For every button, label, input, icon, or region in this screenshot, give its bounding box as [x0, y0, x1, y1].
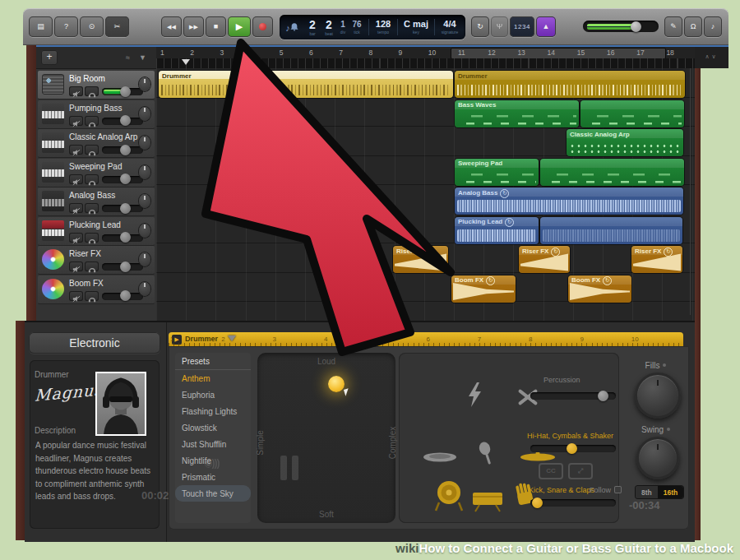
region-riser-fx[interactable]: Riser FX↻ — [519, 246, 570, 273]
swing-knob[interactable] — [636, 437, 679, 479]
track-pan-knob[interactable] — [139, 107, 150, 121]
library-category-button[interactable]: Electronic — [29, 332, 160, 354]
region-riser-fx[interactable]: Riser FX↻ — [631, 246, 682, 273]
region-sweeping-pad[interactable]: Sweeping Pad — [455, 159, 539, 186]
lane-scrollbar[interactable] — [690, 68, 691, 315]
track-pan-knob[interactable] — [139, 224, 150, 238]
rewind-button[interactable]: ◀◀ — [161, 16, 182, 37]
mute-button[interactable] — [69, 116, 83, 126]
track-row[interactable]: Big Room — [38, 71, 155, 100]
percussion-slider[interactable] — [530, 392, 616, 400]
electronic-bolt-icon[interactable] — [466, 382, 483, 409]
automation-icon[interactable]: ≈ — [126, 53, 130, 62]
track-volume-slider[interactable] — [102, 176, 143, 183]
track-pan-knob[interactable] — [139, 282, 150, 296]
region-clip[interactable] — [540, 217, 682, 244]
filter-icon[interactable]: ▼ — [139, 53, 146, 62]
region-bass-waves[interactable]: Bass Waves — [455, 100, 579, 127]
count-in-button[interactable]: 1234 — [510, 16, 534, 37]
region-drummer[interactable]: Drummer — [455, 71, 685, 98]
follow-checkbox[interactable] — [614, 486, 622, 493]
track-volume-slider[interactable] — [102, 205, 143, 212]
tools-button[interactable]: ✂ — [105, 16, 129, 37]
kick-slider-knob[interactable] — [532, 498, 543, 508]
play-button[interactable]: ▶ — [228, 16, 251, 37]
track-pan-knob[interactable] — [139, 252, 150, 266]
region-boom-fx[interactable]: Boom FX↻ — [568, 275, 631, 303]
region-clip[interactable] — [580, 100, 684, 127]
timeline-ruler[interactable]: 123456789101112131415161718 — [156, 47, 695, 68]
notepad-button[interactable]: ✎ — [664, 16, 682, 37]
mute-button[interactable] — [69, 291, 83, 301]
cycle-button[interactable]: ↻ — [471, 16, 489, 37]
division-16th-button[interactable]: 16th — [658, 486, 683, 498]
preset-item[interactable]: Prismatic — [175, 469, 251, 485]
track-row[interactable]: Riser FX — [38, 246, 155, 275]
mute-button[interactable] — [69, 233, 83, 243]
division-8th-button[interactable]: 8th — [636, 486, 658, 498]
track-row[interactable]: Plucking Lead — [38, 217, 155, 246]
track-pan-knob[interactable] — [139, 165, 150, 179]
preset-item[interactable]: Just Shufflin — [175, 436, 251, 452]
output-device-button[interactable]: ▤ — [29, 16, 53, 37]
tambourine-icon[interactable] — [422, 451, 458, 463]
add-track-button[interactable]: + — [41, 50, 58, 65]
preset-item[interactable]: Glowstick — [175, 419, 251, 436]
track-volume-slider[interactable] — [102, 146, 143, 154]
shaker-icon[interactable] — [476, 442, 497, 468]
track-row[interactable]: Pumping Bass — [38, 100, 155, 129]
solo-button[interactable] — [85, 116, 99, 126]
solo-button[interactable] — [85, 261, 99, 271]
track-row[interactable]: Classic Analog Arp — [38, 129, 155, 158]
region-boom-fx[interactable]: Boom FX↻ — [451, 275, 516, 303]
solo-button[interactable] — [85, 174, 99, 184]
track-volume-slider[interactable] — [102, 234, 143, 242]
track-volume-slider[interactable] — [102, 263, 143, 271]
mute-button[interactable] — [69, 174, 83, 184]
track-volume-slider[interactable] — [102, 118, 143, 125]
track-volume-slider[interactable] — [102, 88, 143, 95]
media-browser-button[interactable]: ♪ — [704, 16, 722, 37]
region-analog-bass[interactable]: Analog Bass↻ — [455, 187, 683, 215]
mute-button[interactable] — [69, 145, 83, 155]
volume-thumb[interactable] — [631, 21, 641, 32]
editor-playhead-marker[interactable] — [228, 336, 236, 341]
tuner-button[interactable]: Ψ — [491, 16, 508, 37]
track-pan-knob[interactable] — [139, 194, 150, 208]
xy-pad[interactable]: Loud Soft Simple Complex — [257, 353, 395, 523]
horizontal-zoom-controls[interactable]: ∧∨ — [695, 45, 728, 68]
region-clip[interactable] — [540, 159, 684, 186]
solo-button[interactable] — [85, 145, 99, 155]
quick-help-button[interactable]: ? — [54, 16, 78, 37]
xy-puck[interactable] — [328, 376, 345, 392]
region-classic-analog-arp[interactable]: Classic Analog Arp — [567, 129, 683, 156]
lcd-display[interactable]: ♪ 2bar 2beat 1div 76tick 128tempo C majk… — [280, 15, 465, 39]
solo-button[interactable] — [85, 291, 99, 301]
preset-item[interactable]: Euphoria — [175, 386, 251, 403]
cycle-range[interactable] — [451, 48, 666, 59]
preset-item[interactable]: Touch the Sky — [175, 485, 251, 502]
metronome-button[interactable]: ▲ — [536, 16, 556, 37]
track-row[interactable]: Sweeping Pad — [38, 159, 155, 187]
hihat-slider[interactable] — [530, 445, 616, 452]
region-plucking-lead[interactable]: Plucking Lead↻ — [455, 217, 539, 244]
solo-button[interactable] — [85, 233, 99, 243]
track-pan-knob[interactable] — [139, 77, 150, 91]
solo-button[interactable] — [85, 86, 99, 96]
region-drummer[interactable]: Drummer — [159, 71, 453, 98]
playhead-marker[interactable] — [182, 59, 190, 65]
loop-browser-button[interactable]: Ω — [684, 16, 702, 37]
percussion-slider-knob[interactable] — [598, 391, 608, 401]
track-row[interactable]: Analog Bass — [38, 187, 155, 216]
mute-button[interactable] — [69, 86, 83, 96]
fills-knob[interactable] — [635, 373, 681, 419]
track-pan-knob[interactable] — [139, 136, 150, 150]
track-volume-slider[interactable] — [102, 293, 143, 300]
mute-button[interactable] — [69, 203, 83, 213]
track-row[interactable]: Boom FX — [38, 275, 155, 304]
kick-slider[interactable] — [530, 499, 616, 507]
mute-button[interactable] — [69, 261, 83, 271]
stop-button[interactable]: ■ — [206, 16, 226, 37]
forward-button[interactable]: ▶▶ — [183, 16, 204, 37]
record-button[interactable] — [252, 16, 273, 37]
